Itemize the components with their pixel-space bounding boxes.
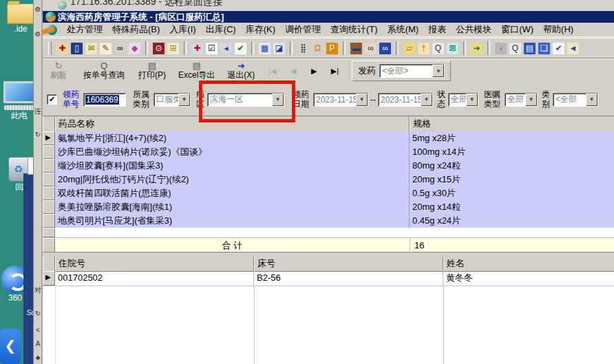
bell-icon[interactable]: Ω (312, 43, 324, 54)
x-box-icon[interactable]: ⊠ (447, 43, 458, 54)
drug-table-row[interactable]: 奥美拉唑肠溶胶囊[海南](续1)20mg x14粒 (43, 200, 614, 215)
app-window: 171.16.36.201:3389 - 远程桌面连接 滨海西药房管理子系统 -… (41, 0, 614, 364)
order-no-input[interactable]: 1606369 (83, 93, 126, 107)
row-selector[interactable]: ▶ (43, 131, 55, 145)
row-selector[interactable] (43, 173, 55, 186)
menu-item[interactable]: 调价管理 (285, 23, 321, 36)
spec-cell: 0.45g x24片 (410, 214, 614, 228)
menu-item[interactable]: 处方管理 (67, 23, 103, 36)
search-by-number-button[interactable]: Q 按单号查询 (80, 61, 128, 81)
toolbar-grip[interactable] (48, 41, 52, 55)
title-bar[interactable]: 滨海西药房管理子系统 - [病区口服药汇总] (43, 11, 614, 23)
table-search-icon[interactable]: ◪ (273, 43, 285, 54)
doc-check-icon[interactable]: ✔ (235, 43, 246, 54)
order-no-checkbox[interactable]: ✔ (47, 94, 57, 105)
chevron-down-icon[interactable]: ▼ (432, 65, 444, 77)
panel-rows-icon[interactable]: ▤ (524, 43, 536, 54)
nav-first-button[interactable]: |◀ (265, 67, 280, 76)
spec-header[interactable]: 规格 (410, 116, 614, 131)
eraser-gray-icon[interactable]: ◖ (495, 43, 507, 54)
checkbox-icon[interactable]: ☑ (206, 43, 218, 54)
package-icon[interactable]: P (326, 43, 338, 54)
drug-table-row[interactable]: 沙库巴曲缬沙坦钠片(诺欣妥)《国谈》100mg x14片 (43, 145, 614, 160)
date-from-select[interactable]: 2023-11-15 ▼ (313, 93, 368, 107)
drug-table-row[interactable]: 地奥司明片[马应龙](省集采3)0.45g x24片 (43, 214, 614, 228)
chevron-down-icon[interactable]: ▼ (421, 94, 432, 106)
row-selector[interactable] (43, 228, 55, 237)
row-selector[interactable] (43, 145, 55, 159)
export-folder-icon[interactable]: ➜ (471, 43, 483, 54)
mail-check-icon[interactable]: ✉ (85, 43, 97, 54)
chevron-down-icon[interactable]: ▼ (466, 94, 478, 106)
row-selector[interactable] (43, 186, 55, 200)
taskbar-arrow-app-icon[interactable]: ❮ (0, 329, 21, 364)
clipboard-insert-icon[interactable]: ◂ (220, 43, 232, 54)
row-selector[interactable] (43, 159, 55, 173)
status-select[interactable]: 全部 ▼ (448, 93, 478, 107)
excel-export-button[interactable]: ▤ Excel导出 (175, 61, 218, 81)
menu-item[interactable]: 窗口(W) (501, 23, 533, 36)
drug-table-row[interactable]: 双歧杆菌四联活菌片(思连康)0.5g x30片 (43, 186, 614, 201)
chevron-down-icon[interactable]: ▼ (178, 94, 190, 106)
nav-prev-button[interactable]: ◀ (286, 67, 301, 76)
toolbar-separator (251, 41, 254, 55)
screen: .ide 此电 回 360 ❮ Sc ⚙⚙连↻对↻<A♣ 171.16.36.2… (0, 0, 614, 364)
drug-table-row[interactable]: ▶氨氯地平片[浙江](4+7)(续2)5mg x28片 (43, 131, 614, 146)
menu-item[interactable]: 公共模块 (456, 23, 491, 36)
date-to-select[interactable]: 2023-11-15 ▼ (378, 93, 433, 107)
book-search-icon[interactable]: ⊙ (153, 43, 165, 54)
notepad-edit-icon[interactable]: ✎ (100, 43, 112, 54)
menu-item[interactable]: 系统(M) (388, 23, 419, 36)
menu-item[interactable]: 特殊药品(B) (112, 23, 160, 36)
folder-search-icon[interactable]: ▱ (403, 43, 415, 54)
red-annotation-rectangle (199, 81, 295, 122)
binoculars-icon[interactable]: ∞ (114, 43, 126, 54)
binocular-blue-icon[interactable]: ∞ (379, 43, 391, 54)
chevron-down-icon[interactable]: ▼ (525, 94, 537, 106)
menu-item[interactable]: 查询统计(T) (330, 23, 378, 36)
clipboard-arrow-icon[interactable]: ◄ (567, 43, 579, 54)
clipboard-add-icon[interactable]: ✚ (191, 43, 203, 54)
patient-name-header[interactable]: 姓名 (443, 256, 614, 271)
bed-no-header[interactable]: 床号 (254, 256, 443, 271)
menu-item[interactable]: 入库(I) (169, 23, 195, 36)
menu-item[interactable]: 出库(C) (206, 23, 236, 36)
canister-icon[interactable]: ▬ (350, 43, 362, 54)
menu-item[interactable]: 报表 (428, 23, 446, 36)
key-icon[interactable]: † (418, 43, 430, 54)
dispense-select[interactable]: <全部> ▼ (379, 64, 445, 78)
doc-check2-icon[interactable]: ✔ (553, 43, 564, 54)
medicine-box-icon[interactable]: ✚ (56, 43, 68, 54)
table-edit-icon[interactable]: ▦ (259, 43, 271, 54)
drug-table-row[interactable]: 20mg|阿托伐他汀钙片(辽宁)(续2)20mg x15片 (43, 173, 614, 187)
row-selector[interactable] (43, 238, 55, 253)
chevron-down-icon[interactable]: ▼ (586, 94, 597, 106)
row-selector[interactable] (43, 200, 55, 214)
row-selector[interactable] (43, 214, 55, 228)
menu-item[interactable]: 库存(K) (246, 23, 275, 36)
new-box-icon[interactable]: ⊞ (167, 43, 179, 54)
color-box-icon[interactable]: ◆ (129, 43, 140, 54)
grid-dots-icon[interactable]: ⣿ (297, 43, 309, 54)
order-type-select[interactable]: 全部 ▼ (505, 93, 538, 107)
category-select[interactable]: 口服类 ▼ (154, 93, 191, 107)
menu-item[interactable]: 帮助(H) (543, 23, 573, 36)
print-button[interactable]: ▤ 打印(P) (135, 61, 169, 81)
row-selector[interactable]: ▶ (43, 271, 55, 286)
exit-button[interactable]: ➜ 退出(X) (224, 61, 258, 81)
class-select[interactable]: <全部 ▼ (553, 93, 598, 107)
nav-last-button[interactable]: ▶| (327, 67, 342, 76)
cascade-windows-icon[interactable]: ❏ (538, 43, 550, 54)
nav-next-button[interactable]: ▶ (306, 67, 321, 76)
spec-cell: 20mg x14粒 (410, 200, 614, 214)
drug-table-row[interactable]: 缬沙坦胶囊[赛科](国集采3)80mg x24粒 (43, 159, 614, 173)
magnifier-icon[interactable]: Q (432, 43, 444, 54)
content-area: 药品名称 规格 ▶氨氯地平片[浙江](4+7)(续2)5mg x28片沙库巴曲缬… (43, 116, 614, 364)
inpatient-no-header[interactable]: 住院号 (55, 256, 254, 271)
magnifier2-icon[interactable]: Q (509, 43, 521, 54)
chevron-down-icon[interactable]: ▼ (356, 94, 368, 106)
patient-table-row[interactable]: ▶001702502B2-56黄冬冬 (43, 271, 614, 286)
refresh-button[interactable]: ↻ 刷新 (47, 61, 70, 81)
binocular-search-icon[interactable]: ∞ (365, 43, 377, 54)
bottle-icon[interactable]: ▯ (71, 43, 83, 54)
